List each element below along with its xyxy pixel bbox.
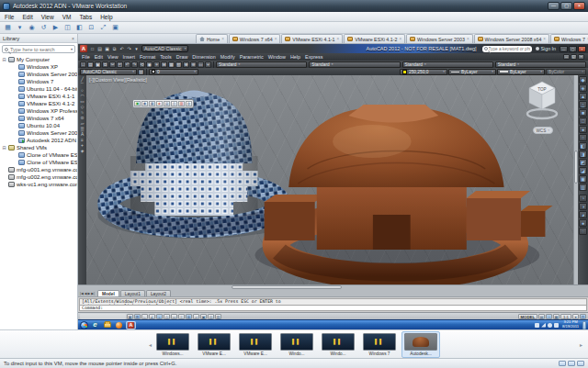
draw-tool-icon-button[interactable]: + bbox=[81, 143, 84, 148]
autocad-toolbar-icon-button[interactable]: □ bbox=[80, 61, 86, 68]
draw-tool-icon-button[interactable]: A bbox=[81, 132, 84, 137]
draw-tool-icon-button[interactable]: ╱ bbox=[81, 77, 84, 82]
autocad-toolbar-icon-button[interactable]: ⌖ bbox=[153, 61, 160, 68]
model-viewport[interactable]: [-][Custom View][Realistic] ▣◉▦◈▤◎▥◍ TOP bbox=[86, 75, 573, 284]
close-button[interactable]: × bbox=[573, 2, 585, 10]
host-toolbar-icon-button[interactable]: ↺ bbox=[39, 23, 49, 33]
host-toolbar-icon-button[interactable]: ▣ bbox=[110, 23, 120, 33]
devices-icon[interactable] bbox=[559, 361, 566, 366]
mesh-tool-icon-button[interactable]: ◌ bbox=[579, 228, 587, 235]
tree-twisty-icon[interactable]: ⊟ bbox=[2, 145, 6, 151]
autocad-menu-item[interactable]: File bbox=[82, 54, 90, 60]
quick-access-icon-button[interactable]: ⧉ bbox=[111, 46, 118, 52]
host-toolbar-icon-button[interactable]: ⊡ bbox=[86, 23, 96, 33]
draw-tool-icon-button[interactable]: ▒ bbox=[81, 127, 84, 131]
autocad-menu-item[interactable]: Parametric bbox=[240, 54, 264, 60]
mesh-tool-icon-button[interactable]: ◆ bbox=[579, 76, 587, 84]
host-toolbar-icon-button[interactable]: ◧ bbox=[74, 23, 85, 33]
vm-tab[interactable]: Windows Server 2003 × bbox=[406, 34, 472, 43]
mesh-tool-icon-button[interactable]: △ bbox=[579, 101, 587, 108]
mesh-tool-icon-button[interactable]: ○ bbox=[579, 134, 587, 141]
vm-tree-item[interactable]: Ubuntu 10.04 bbox=[0, 122, 77, 129]
status-toggle-button[interactable]: ≡ bbox=[178, 314, 185, 319]
status-toggle-button[interactable]: ▥ bbox=[215, 314, 221, 319]
mesh-tool-icon-button[interactable]: ◑ bbox=[579, 203, 587, 210]
host-toolbar-icon-button[interactable]: ◫ bbox=[62, 23, 73, 33]
layer-dropdown[interactable]: 0 ▾ bbox=[149, 69, 198, 75]
draw-tool-icon-button[interactable]: ◈ bbox=[81, 149, 85, 153]
layout-tab-nav-button[interactable]: ▶ bbox=[87, 292, 90, 296]
mini-toolbar-icon-button[interactable]: ▦ bbox=[149, 101, 155, 106]
draw-tool-icon-button[interactable]: ○ bbox=[81, 88, 84, 93]
vm-tab-close-icon[interactable]: × bbox=[399, 37, 401, 41]
vm-thumbnail[interactable]: ▌▌ Windows... bbox=[153, 331, 192, 358]
host-toolbar-icon-button[interactable]: ⤢ bbox=[98, 23, 108, 33]
autocad-toolbar-icon-button[interactable]: ⟲ bbox=[139, 61, 145, 68]
media-player-button[interactable] bbox=[114, 321, 124, 329]
vm-tree-item[interactable]: Autodesk 2012 ADN bbox=[0, 137, 77, 144]
autocad-menu-item[interactable]: Edit bbox=[95, 54, 103, 60]
network-adapter-icon[interactable] bbox=[577, 361, 584, 366]
autocad-toolbar-icon-button[interactable]: ◉ bbox=[146, 61, 153, 68]
vm-thumbnail[interactable]: ▌▌ Windows 7 bbox=[360, 331, 399, 358]
host-menu-item[interactable]: VM bbox=[62, 14, 72, 20]
vm-thumbnail[interactable]: ▌▌ VMware E... bbox=[236, 331, 275, 358]
style-dropdown[interactable]: Standard ▾ bbox=[309, 61, 400, 68]
autocad-menu-item[interactable]: Insert bbox=[123, 54, 135, 60]
mesh-tool-icon-button[interactable]: ◪ bbox=[579, 167, 587, 174]
vm-tree-item[interactable]: Ubuntu 11.04 - 64-bit bbox=[0, 85, 77, 93]
draw-tool-icon-button[interactable]: ◠ bbox=[80, 94, 84, 98]
autocad-menu-item[interactable]: Dimension bbox=[192, 54, 215, 60]
doc-restore-button[interactable]: ◱ bbox=[571, 54, 577, 60]
vm-tab-close-icon[interactable]: × bbox=[467, 37, 469, 41]
vm-tree-item[interactable]: Windows Server 2003 bbox=[0, 71, 77, 78]
linetype-dropdown[interactable]: ByLayer ▾ bbox=[448, 69, 496, 75]
thumbnail-scroll-left-icon[interactable]: ◂ bbox=[147, 341, 153, 348]
vm-thumbnail[interactable]: ▌▌ VMware E... bbox=[195, 331, 233, 358]
style-dropdown[interactable]: Standard ▾ bbox=[216, 61, 307, 68]
vm-tab[interactable]: Windows Server 2008 x64 × bbox=[474, 34, 549, 43]
autocad-toolbar-icon-button[interactable]: ↷ bbox=[131, 61, 138, 68]
scrollbar-thumb[interactable] bbox=[574, 151, 578, 184]
autocad-menu-item[interactable]: Modify bbox=[220, 54, 235, 60]
mini-toolbar-icon-button[interactable]: ◎ bbox=[171, 101, 177, 106]
minimize-button[interactable]: — bbox=[548, 2, 560, 10]
autocad-toolbar-icon-button[interactable]: ⊕ bbox=[183, 61, 189, 68]
quick-access-icon-button[interactable]: ▾ bbox=[133, 46, 140, 52]
wcs-dropdown[interactable]: WCS ▾ bbox=[533, 127, 553, 134]
autocad-menu-item[interactable]: Format bbox=[140, 54, 155, 60]
vm-tree-item[interactable]: mfg-u001.eng.vmware.com bbox=[0, 166, 77, 173]
vm-thumbnail[interactable]: ▌▌ Autodesk... bbox=[401, 331, 440, 358]
quick-access-icon-button[interactable]: ▣ bbox=[104, 46, 110, 52]
vm-tab-close-icon[interactable]: × bbox=[221, 37, 224, 41]
workspace-dropdown[interactable]: AutoCAD Classic ▾ bbox=[141, 45, 188, 52]
status-toggle-button[interactable]: ▭ bbox=[171, 314, 177, 319]
autocad-close-button[interactable]: × bbox=[578, 46, 586, 52]
maximize-button[interactable]: ▢ bbox=[560, 2, 572, 10]
start-button[interactable] bbox=[80, 321, 88, 329]
explorer-button[interactable] bbox=[102, 321, 112, 329]
layout-tab[interactable]: Layout2 bbox=[146, 290, 171, 296]
vm-tab-close-icon[interactable]: × bbox=[275, 37, 277, 41]
vm-tree-item[interactable]: Windows 7 x64 bbox=[0, 115, 77, 122]
sign-in-button[interactable]: Sign In bbox=[534, 46, 559, 51]
vm-tab[interactable]: Home × bbox=[196, 34, 228, 43]
vm-tree-item[interactable]: Windows XP bbox=[0, 63, 77, 71]
mesh-tool-icon-button[interactable]: ◔ bbox=[579, 195, 587, 202]
status-toggle-button[interactable]: ▱ bbox=[193, 314, 199, 319]
status-toggle-button[interactable]: + bbox=[156, 314, 163, 319]
quick-access-icon-button[interactable]: □ bbox=[89, 46, 96, 52]
autocad-search-input[interactable] bbox=[489, 47, 530, 51]
mesh-tool-icon-button[interactable]: ◧ bbox=[579, 142, 587, 150]
status-toggle-button[interactable]: ◇ bbox=[164, 314, 170, 319]
layout-tab-nav-button[interactable]: ◀ bbox=[85, 292, 87, 296]
autocad-menu-item[interactable]: Help bbox=[290, 54, 300, 60]
mesh-tool-icon-button[interactable]: ▲ bbox=[579, 93, 587, 100]
vm-tab-close-icon[interactable]: × bbox=[543, 37, 546, 41]
autocad-toolbar-icon-button[interactable]: ⊞ bbox=[161, 61, 167, 68]
vm-tab[interactable]: Windows 7 x64 × bbox=[229, 34, 281, 43]
status-toggle-button[interactable]: ▦ bbox=[127, 314, 133, 319]
host-menu-item[interactable]: Help bbox=[100, 14, 112, 20]
autocad-toolbar-icon-button[interactable]: ▧ bbox=[175, 61, 182, 68]
mesh-tool-icon-button[interactable]: ▣ bbox=[579, 175, 587, 183]
